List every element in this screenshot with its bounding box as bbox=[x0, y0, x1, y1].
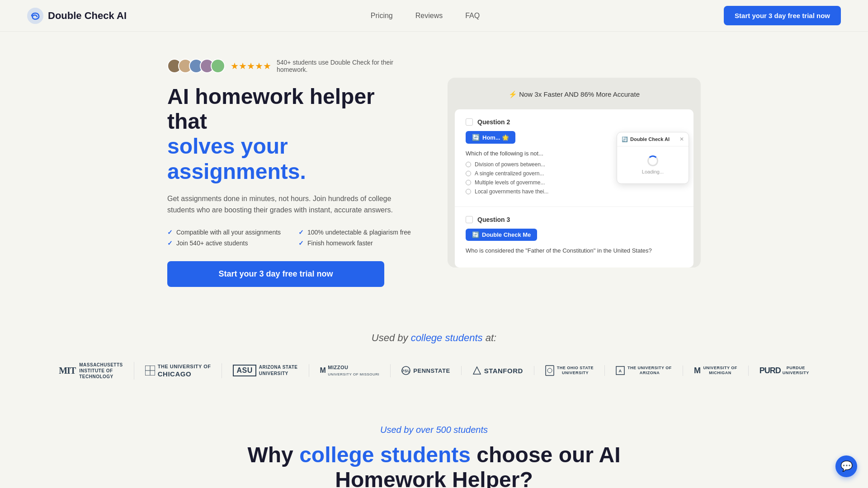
demo-wrapper: ⚡ Now 3x Faster AND 86% More Accurate Qu… bbox=[448, 78, 701, 267]
nav-faq[interactable]: FAQ bbox=[465, 12, 480, 20]
double-check-q3-button[interactable]: 🔄 Double Check Me bbox=[466, 229, 537, 241]
btn-label: Double Check Me bbox=[482, 231, 531, 238]
radio-icon[interactable] bbox=[466, 171, 471, 176]
check-icon: ✓ bbox=[167, 229, 173, 236]
popup-close-button[interactable]: ✕ bbox=[679, 136, 684, 142]
logo-asu: ASU Arizona StateUniversity bbox=[222, 364, 309, 377]
why-line1: Why bbox=[247, 443, 293, 467]
check-icon: ✓ bbox=[298, 229, 304, 236]
q2-checkbox[interactable] bbox=[466, 118, 473, 126]
star-rating: ★★★★★ bbox=[231, 61, 271, 71]
q3-checkbox[interactable] bbox=[466, 216, 473, 223]
feature-item: ✓ Compatible with all your assignments bbox=[167, 229, 289, 236]
question-2-header: Question 2 bbox=[466, 118, 683, 126]
rating-row: ★★★★★ 540+ students use Double Check for… bbox=[167, 59, 420, 73]
hero-left: ★★★★★ 540+ students use Double Check for… bbox=[167, 59, 420, 287]
svg-text:A: A bbox=[619, 369, 622, 373]
q3-text: Who is considered the "Father of the Con… bbox=[466, 247, 683, 254]
used-by-end: at: bbox=[483, 332, 497, 343]
question-3-block: Question 3 🔄 Double Check Me Who is cons… bbox=[455, 207, 693, 267]
check-icon: ✓ bbox=[298, 239, 304, 247]
btn-label: Hom... 🌟 bbox=[482, 134, 509, 141]
ai-popup: 🔄 Double Check AI ✕ Loading... bbox=[617, 132, 689, 184]
q2-label: Question 2 bbox=[477, 118, 510, 126]
main-nav: Pricing Reviews FAQ bbox=[371, 12, 480, 20]
feature-text: Compatible with all your assignments bbox=[176, 229, 281, 236]
hero-cta-button[interactable]: Start your 3 day free trial now bbox=[167, 261, 384, 287]
svg-rect-7 bbox=[546, 366, 554, 375]
demo-banner: ⚡ Now 3x Faster AND 86% More Accurate bbox=[455, 85, 693, 104]
h1-line2: solves your assignments. bbox=[167, 134, 306, 183]
feature-text: 100% undetectable & plagiarism free bbox=[307, 229, 411, 236]
logo-umichigan: M UNIVERSITY OFMICHIGAN bbox=[683, 366, 749, 376]
btn-logo-icon: 🔄 bbox=[472, 231, 479, 238]
logo-mizzou: M MizzouUniversity of Missouri bbox=[309, 364, 391, 377]
logo-ohiostate: THE OHIO STATEUNIVERSITY bbox=[534, 365, 605, 376]
check-icon: ✓ bbox=[167, 239, 173, 247]
logo-pennstate: PSU PennState bbox=[391, 366, 461, 375]
used-by-section: Used by college students at: MIT Massach… bbox=[0, 305, 868, 398]
q3-label: Question 3 bbox=[477, 216, 510, 223]
rating-text: 540+ students use Double Check for their… bbox=[277, 59, 420, 73]
used-by-title: Used by college students at: bbox=[18, 332, 850, 344]
option-text: Local governments have thei... bbox=[475, 188, 548, 195]
avatar bbox=[211, 59, 225, 73]
logo-uchicago: THE UNIVERSITY OFCHICAGO bbox=[134, 363, 222, 379]
used-by-start: Used by bbox=[372, 332, 411, 343]
why-title: Why college students choose our AI Homew… bbox=[190, 442, 678, 488]
double-check-q2-button[interactable]: 🔄 Hom... 🌟 bbox=[466, 131, 515, 144]
logo-purdue: PURD PURDUEUNIVERSITY bbox=[749, 366, 820, 376]
nav-reviews[interactable]: Reviews bbox=[415, 12, 443, 20]
h1-line1: AI homework helper that bbox=[167, 84, 375, 133]
hero-right: ⚡ Now 3x Faster AND 86% More Accurate Qu… bbox=[448, 78, 701, 267]
svg-point-8 bbox=[547, 368, 552, 373]
hero-section: ★★★★★ 540+ students use Double Check for… bbox=[140, 32, 728, 305]
radio-option: Local governments have thei... bbox=[466, 188, 683, 195]
logo-uarizona: A THE UNIVERSITY OFARIZONA bbox=[605, 366, 683, 376]
svg-point-0 bbox=[27, 8, 43, 24]
demo-card: Question 2 🔄 Hom... 🌟 Which of the follo… bbox=[455, 109, 693, 267]
popup-logo-icon: 🔄 bbox=[622, 136, 628, 142]
logo-text: Double Check AI bbox=[48, 10, 127, 22]
loading-text: Loading... bbox=[622, 169, 684, 174]
used-over-text: Used by over 500 students bbox=[190, 425, 678, 435]
radio-icon[interactable] bbox=[466, 180, 471, 185]
feature-item: ✓ 100% undetectable & plagiarism free bbox=[298, 229, 420, 236]
popup-body: Loading... bbox=[617, 146, 689, 183]
svg-marker-6 bbox=[473, 367, 481, 374]
chat-bubble-button[interactable]: 💬 bbox=[835, 455, 857, 477]
radio-icon[interactable] bbox=[466, 162, 471, 167]
option-text: A single centralized govern... bbox=[475, 170, 544, 177]
hero-headline: AI homework helper that solves your assi… bbox=[167, 84, 420, 184]
logo-area: Double Check AI bbox=[27, 8, 127, 24]
feature-item: ✓ Join 540+ active students bbox=[167, 239, 289, 247]
feature-text: Finish homework faster bbox=[307, 239, 373, 247]
loading-spinner bbox=[647, 155, 658, 166]
feature-text: Join 540+ active students bbox=[176, 239, 248, 247]
logo-icon bbox=[27, 8, 43, 24]
features-list: ✓ Compatible with all your assignments ✓… bbox=[167, 229, 420, 247]
popup-title-text: Double Check AI bbox=[630, 136, 670, 142]
used-by-italic: college students bbox=[411, 332, 483, 343]
bottom-section: Used by over 500 students Why college st… bbox=[163, 398, 705, 488]
why-italic: college students bbox=[299, 443, 476, 467]
question-2-block: Question 2 🔄 Hom... 🌟 Which of the follo… bbox=[455, 109, 693, 207]
logo-stanford: Stanford bbox=[462, 366, 534, 375]
used-over-italic: Used by over 500 students bbox=[380, 425, 488, 435]
popup-header: 🔄 Double Check AI ✕ bbox=[617, 132, 689, 146]
logos-row: MIT MassachusettsInstitute ofTechnology … bbox=[18, 362, 850, 380]
option-text: Multiple levels of governme... bbox=[475, 179, 545, 186]
avatars bbox=[167, 59, 225, 73]
option-text: Division of powers between... bbox=[475, 161, 545, 168]
header-cta-button[interactable]: Start your 3 day free trial now bbox=[724, 6, 841, 26]
popup-title: 🔄 Double Check AI bbox=[622, 136, 670, 142]
question-3-header: Question 3 bbox=[466, 216, 683, 223]
chat-icon: 💬 bbox=[840, 460, 853, 472]
hero-subtitle: Get assignments done in minutes, not hou… bbox=[167, 193, 393, 216]
nav-pricing[interactable]: Pricing bbox=[371, 12, 393, 20]
btn-logo-icon: 🔄 bbox=[472, 134, 480, 141]
logo-mit: MIT MassachusettsInstitute ofTechnology bbox=[48, 362, 134, 380]
svg-text:PSU: PSU bbox=[401, 369, 410, 373]
feature-item: ✓ Finish homework faster bbox=[298, 239, 420, 247]
radio-icon[interactable] bbox=[466, 189, 471, 194]
